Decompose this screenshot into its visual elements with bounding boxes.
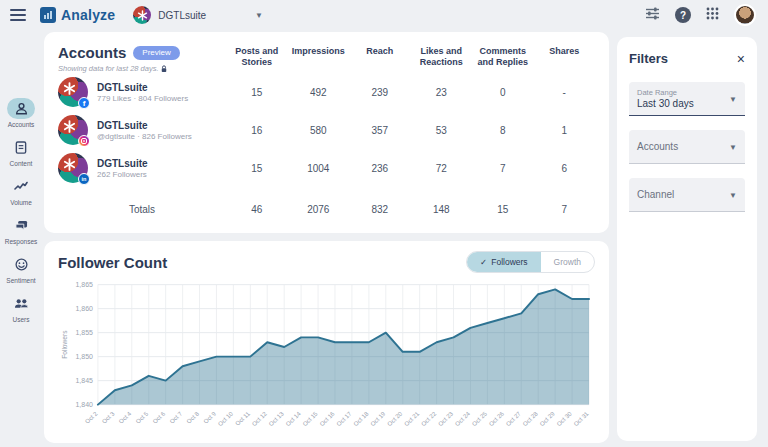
svg-text:Oct 26: Oct 26 bbox=[488, 410, 506, 427]
sidebar-item-responses[interactable]: Responses bbox=[0, 215, 42, 245]
app-logo[interactable]: Analyze bbox=[40, 7, 115, 23]
brand-selector[interactable]: DGTLsuite ▼ bbox=[133, 6, 263, 24]
cell-shares: - bbox=[534, 87, 596, 98]
apps-grid-icon[interactable] bbox=[706, 6, 719, 24]
svg-text:Oct 28: Oct 28 bbox=[522, 410, 540, 427]
account-avatar bbox=[58, 115, 88, 145]
left-nav-rail: Accounts Content Volume Responses Sentim… bbox=[0, 32, 42, 443]
cell-likes: 23 bbox=[411, 87, 473, 98]
cell-comments: 0 bbox=[472, 87, 534, 98]
table-row-instagram-account[interactable]: DGTLsuite @dgtlsuite · 826 Followers bbox=[58, 111, 226, 149]
channel-select[interactable]: Channel ▼ bbox=[629, 178, 745, 212]
svg-text:1,850: 1,850 bbox=[75, 353, 93, 360]
cell-likes: 72 bbox=[411, 163, 473, 174]
accounts-table: Accounts Preview Showing data for last 2… bbox=[58, 42, 595, 225]
cell-impressions: 1004 bbox=[288, 163, 350, 174]
filters-panel: Filters × Date Range Last 30 days ▼ Acco… bbox=[617, 37, 757, 441]
sidebar-item-users[interactable]: Users bbox=[0, 293, 42, 323]
help-icon[interactable]: ? bbox=[675, 7, 691, 23]
svg-text:1,860: 1,860 bbox=[75, 305, 93, 312]
svg-text:Oct 10: Oct 10 bbox=[217, 410, 235, 427]
svg-text:1,865: 1,865 bbox=[75, 281, 93, 288]
cell-reach: 357 bbox=[349, 125, 411, 136]
cell-shares: 6 bbox=[534, 163, 596, 174]
svg-text:Oct 18: Oct 18 bbox=[352, 410, 370, 427]
svg-text:Oct 4: Oct 4 bbox=[118, 410, 133, 425]
cell-shares: 1 bbox=[534, 125, 596, 136]
cell-reach: 236 bbox=[349, 163, 411, 174]
column-header: Comments and Replies bbox=[472, 42, 534, 69]
cell-posts: 15 bbox=[226, 87, 288, 98]
accounts-select[interactable]: Accounts ▼ bbox=[629, 130, 745, 164]
column-header: Shares bbox=[534, 42, 596, 57]
sidebar-item-sentiment[interactable]: Sentiment bbox=[0, 254, 42, 284]
sidebar-item-volume[interactable]: Volume bbox=[0, 176, 42, 206]
instagram-icon bbox=[78, 135, 90, 147]
svg-text:Oct 21: Oct 21 bbox=[403, 410, 421, 427]
svg-text:Oct 9: Oct 9 bbox=[202, 410, 217, 425]
topbar: Analyze DGTLsuite ▼ ? bbox=[0, 0, 768, 30]
total-impressions: 2076 bbox=[288, 193, 350, 225]
date-range-select[interactable]: Date Range Last 30 days ▼ bbox=[629, 82, 745, 116]
svg-text:Oct 14: Oct 14 bbox=[285, 410, 303, 427]
column-header: Reach bbox=[349, 42, 411, 57]
tune-icon[interactable] bbox=[645, 6, 660, 24]
cell-impressions: 492 bbox=[288, 87, 350, 98]
svg-text:Oct 23: Oct 23 bbox=[437, 410, 455, 427]
table-row-linkedin-account[interactable]: in DGTLsuite 262 Followers bbox=[58, 149, 226, 187]
brand-avatar bbox=[133, 6, 151, 24]
total-likes: 148 bbox=[411, 193, 473, 225]
brand-name: DGTLsuite bbox=[158, 10, 206, 21]
accounts-card: Accounts Preview Showing data for last 2… bbox=[44, 32, 609, 233]
follower-count-title: Follower Count bbox=[58, 254, 167, 271]
total-shares: 7 bbox=[534, 193, 596, 225]
cell-impressions: 580 bbox=[288, 125, 350, 136]
hamburger-menu-icon[interactable] bbox=[10, 9, 26, 21]
cell-reach: 239 bbox=[349, 87, 411, 98]
close-icon[interactable]: × bbox=[737, 52, 745, 66]
check-icon: ✓ bbox=[480, 257, 487, 267]
smiley-icon bbox=[7, 254, 35, 275]
svg-text:Oct 24: Oct 24 bbox=[454, 410, 472, 427]
svg-text:Oct 17: Oct 17 bbox=[335, 410, 353, 427]
accounts-title: Accounts bbox=[58, 44, 126, 61]
lock-icon bbox=[161, 65, 167, 73]
chevron-down-icon: ▼ bbox=[729, 142, 737, 151]
svg-text:Oct 29: Oct 29 bbox=[539, 410, 557, 427]
svg-text:Oct 30: Oct 30 bbox=[556, 410, 574, 427]
follower-chart-svg: 1,8401,8451,8501,8551,8601,865Oct 2Oct 3… bbox=[58, 277, 595, 437]
svg-text:1,855: 1,855 bbox=[75, 329, 93, 336]
cell-posts: 15 bbox=[226, 163, 288, 174]
followers-toggle-button[interactable]: ✓ Followers bbox=[467, 252, 541, 272]
growth-toggle-button[interactable]: Growth bbox=[541, 252, 594, 272]
svg-text:Oct 7: Oct 7 bbox=[169, 410, 184, 425]
document-icon bbox=[7, 137, 35, 158]
followers-growth-toggle: ✓ Followers Growth bbox=[466, 251, 595, 273]
facebook-icon: f bbox=[78, 97, 90, 109]
chevron-down-icon: ▼ bbox=[729, 94, 737, 103]
svg-text:Oct 27: Oct 27 bbox=[505, 410, 523, 427]
svg-text:Followers: Followers bbox=[61, 330, 68, 359]
filters-title: Filters bbox=[629, 51, 668, 66]
cell-comments: 7 bbox=[472, 163, 534, 174]
svg-text:Oct 15: Oct 15 bbox=[302, 410, 320, 427]
chevron-down-icon: ▼ bbox=[255, 11, 263, 20]
total-comments: 15 bbox=[472, 193, 534, 225]
sidebar-item-content[interactable]: Content bbox=[0, 137, 42, 167]
account-avatar: in bbox=[58, 153, 88, 183]
svg-text:Oct 2: Oct 2 bbox=[84, 410, 99, 425]
accounts-subtitle: Showing data for last 28 days. bbox=[58, 64, 226, 73]
app-logo-icon bbox=[40, 7, 56, 23]
person-icon bbox=[7, 98, 35, 119]
user-avatar[interactable] bbox=[734, 4, 756, 26]
svg-text:Oct 11: Oct 11 bbox=[234, 410, 251, 427]
cell-comments: 8 bbox=[472, 125, 534, 136]
total-reach: 832 bbox=[349, 193, 411, 225]
follower-count-card: Follower Count ✓ Followers Growth 1,8401… bbox=[44, 241, 609, 443]
table-row-facebook-account[interactable]: f DGTLsuite 779 Likes · 804 Followers bbox=[58, 73, 226, 111]
preview-badge: Preview bbox=[133, 46, 179, 60]
svg-text:Oct 20: Oct 20 bbox=[386, 410, 404, 427]
svg-text:Oct 12: Oct 12 bbox=[251, 410, 269, 427]
column-header: Impressions bbox=[288, 42, 350, 57]
sidebar-item-accounts[interactable]: Accounts bbox=[0, 98, 42, 128]
